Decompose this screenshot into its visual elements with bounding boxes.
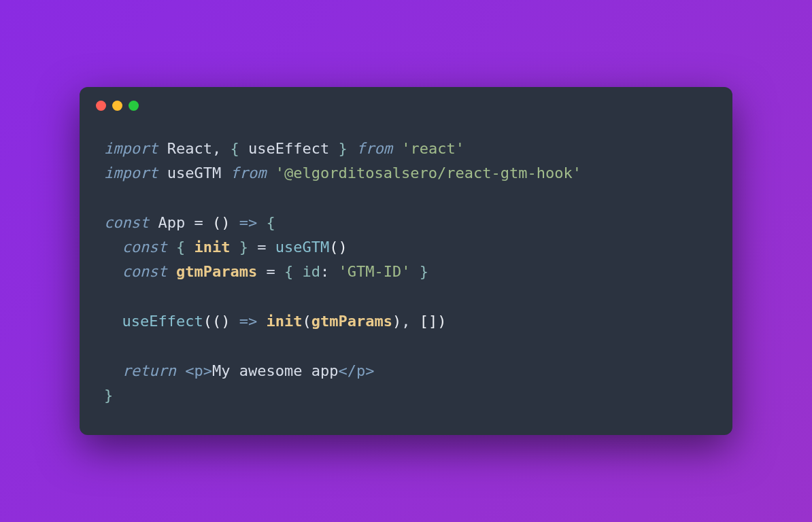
code-block: import React, { useEffect } from 'react'… [80,118,732,435]
brace: } [329,140,348,157]
string-gtmid: 'GTM-ID' [338,263,410,280]
jsx-tag-close: </p> [338,362,374,379]
operator-equals: = [194,214,212,231]
keyword-from: from [348,140,401,157]
brace: { [284,263,303,280]
indent [104,263,122,280]
brace: { [230,140,248,157]
space [167,263,176,280]
string-package: 'react' [401,140,464,157]
parentheses: () [329,239,348,256]
punctuation: , [212,140,231,157]
code-window: import React, { useEffect } from 'react'… [80,87,732,435]
keyword-import: import [104,164,158,181]
operator-equals: = [257,239,275,256]
paren: ( [203,313,212,330]
identifier-react [158,140,167,157]
brace: } [230,239,257,256]
arrow: => [239,214,267,231]
indent [104,239,122,256]
identifier-usegtm: useGTM [158,164,230,181]
identifier-gtmparams: gtmParams [176,263,257,280]
brace: } [104,387,113,404]
brace: { [167,239,194,256]
operator-equals: = [257,263,284,280]
close-icon[interactable] [96,101,106,111]
jsx-tag-open: <p> [185,362,212,379]
brace: { [266,214,275,231]
identifier-useeffect: useEffect [248,140,329,157]
call-usegtm: useGTM [275,239,329,256]
keyword-const: const [122,239,167,256]
keyword-import: import [104,140,158,157]
arrow: => [239,313,267,330]
identifier-react: React [167,140,212,157]
identifier-gtmparams: gtmParams [311,313,392,330]
brace: } [410,263,428,280]
colon: : [320,263,339,280]
paren: () [212,313,239,330]
minimize-icon[interactable] [112,101,122,111]
identifier-init: init [194,239,230,256]
paren: ( [302,313,311,330]
keyword-return: return [122,362,176,379]
keyword-const: const [104,214,149,231]
window-titlebar [80,87,732,118]
space [176,362,185,379]
paren: ) [437,313,446,330]
parentheses: () [212,214,239,231]
paren: ) [392,313,401,330]
keyword-const: const [122,263,167,280]
array-literal: [] [420,313,438,330]
property-id: id [302,263,320,280]
keyword-from: from [230,164,275,181]
maximize-icon[interactable] [129,101,139,111]
call-init: init [266,313,302,330]
string-package: '@elgorditosalsero/react-gtm-hook' [275,164,581,181]
call-useeffect: useEffect [122,313,203,330]
comma: , [401,313,420,330]
indent [104,313,122,330]
jsx-text: My awesome app [212,362,338,379]
identifier-app: App [149,214,194,231]
indent [104,362,122,379]
